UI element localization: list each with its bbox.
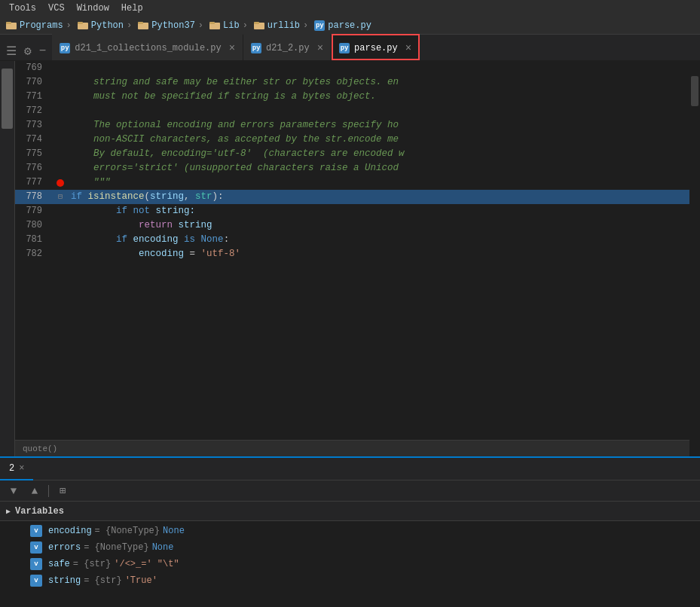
tab-close-d21-1[interactable]: ×: [229, 42, 235, 54]
var-value: '/<>_=' "\t": [114, 559, 179, 569]
svg-rect-7: [209, 22, 215, 24]
toolbar-separator: [48, 485, 49, 497]
var-type: = {NoneType}: [95, 526, 160, 536]
table-row: 779 if not string:: [15, 204, 689, 218]
list-item[interactable]: v encoding = {NoneType} None: [0, 523, 700, 539]
var-type: = {NoneType}: [84, 542, 148, 553]
collapse-icon[interactable]: ⊟: [58, 190, 63, 204]
line-content: if encoding is None:: [68, 233, 689, 247]
breadcrumb-lib[interactable]: Lib: [195, 20, 240, 31]
line-number: 782: [15, 247, 53, 261]
line-content: non-ASCII characters, as accepted by the…: [68, 133, 689, 147]
editor-status-bar: quote(): [15, 440, 689, 456]
tab-close-d21-2[interactable]: ×: [317, 42, 323, 54]
line-number: 773: [15, 118, 53, 133]
expand-down-button[interactable]: ▼: [6, 483, 21, 499]
table-row: 780 return string: [15, 218, 689, 233]
editor-area[interactable]: 769 770 string and safe may be either st…: [15, 61, 689, 456]
line-number: 770: [15, 75, 53, 90]
line-content: """: [68, 175, 689, 190]
tab-parse-py[interactable]: py parse.py ×: [332, 34, 420, 60]
table-row: 776 errors='strict' (unsupported charact…: [15, 161, 689, 175]
list-item[interactable]: v safe = {str} '/<>_=' "\t": [0, 556, 700, 572]
variable-type-icon: v: [30, 558, 42, 570]
line-gutter: [53, 104, 68, 118]
expand-up-button[interactable]: ▲: [27, 483, 42, 499]
bottom-tab-close-icon[interactable]: ×: [19, 463, 24, 474]
list-item[interactable]: v string = {str} 'True': [0, 572, 700, 589]
bottom-panel: 2 × ▼ ▲ ⊞ ▶ Variables v encoding = {None…: [0, 456, 700, 607]
line-gutter: [53, 147, 68, 161]
folder-icon: [254, 20, 264, 31]
breadcrumb-python37[interactable]: Python37: [124, 20, 195, 31]
variables-list: v encoding = {NoneType} None v errors = …: [0, 521, 700, 607]
var-value: 'True': [125, 575, 157, 586]
table-row: 771 must not be specified if string is a…: [15, 90, 689, 104]
line-gutter: [53, 175, 68, 190]
list-item[interactable]: v errors = {NoneType} None: [0, 539, 700, 556]
table-row: 769: [15, 61, 689, 75]
breadcrumb-parse-py[interactable]: py parse.py: [300, 20, 371, 31]
variable-type-icon: v: [30, 575, 42, 587]
line-number: 772: [15, 104, 53, 118]
bottom-panel-tabs: 2 ×: [0, 458, 700, 480]
editor-scrollbar[interactable]: [689, 61, 700, 456]
svg-rect-3: [78, 22, 83, 24]
bottom-tab-debugger[interactable]: 2 ×: [0, 458, 33, 480]
breadcrumb-python[interactable]: Python: [63, 20, 124, 31]
menu-tools[interactable]: Tools: [3, 3, 42, 14]
svg-rect-1: [6, 22, 11, 24]
debugger-toolbar: ▼ ▲ ⊞: [0, 480, 700, 502]
line-number: 775: [15, 147, 53, 161]
var-type: = {str}: [84, 575, 121, 586]
line-gutter: [53, 90, 68, 104]
line-content: return string: [68, 218, 689, 233]
var-name: string: [48, 575, 81, 586]
sidebar-toggle-icon[interactable]: ☰: [3, 42, 20, 60]
menu-window[interactable]: Window: [71, 3, 115, 14]
line-number: 774: [15, 133, 53, 147]
grid-view-button[interactable]: ⊞: [55, 483, 70, 499]
breakpoint-indicator[interactable]: [57, 179, 64, 187]
tab-close-parse[interactable]: ×: [405, 42, 411, 54]
sidebar-scroll[interactable]: [0, 61, 14, 456]
table-row: 772: [15, 104, 689, 118]
var-value: None: [152, 542, 174, 553]
line-gutter: [53, 161, 68, 175]
table-row: 770 string and safe may be either str or…: [15, 75, 689, 90]
line-number: 779: [15, 204, 53, 218]
menu-vcs[interactable]: VCS: [42, 3, 71, 14]
line-content: By default, encoding='utf-8' (characters…: [68, 147, 689, 161]
tab-d21-1-collections[interactable]: py d21_1_collections_module.py ×: [52, 34, 243, 60]
line-content: string and safe may be either str or byt…: [68, 75, 689, 90]
line-content: [68, 61, 689, 75]
python-file-icon: py: [60, 43, 70, 53]
line-gutter: [53, 233, 68, 247]
left-sidebar: [0, 61, 15, 456]
line-number: 781: [15, 233, 53, 247]
table-row: 777 """: [15, 175, 689, 190]
tab-number: 2: [9, 463, 14, 474]
line-content: encoding = 'utf-8': [68, 247, 689, 261]
settings-icon[interactable]: ⚙: [21, 42, 35, 60]
python-file-icon: py: [339, 43, 350, 53]
line-content: The optional encoding and errors paramet…: [68, 118, 689, 133]
var-name: encoding: [48, 526, 92, 536]
line-number: 776: [15, 161, 53, 175]
menu-help[interactable]: Help: [115, 3, 149, 14]
folder-icon: [78, 20, 88, 31]
scroll-thumb: [2, 69, 13, 129]
var-type: = {str}: [73, 559, 111, 569]
tab-d21-2[interactable]: py d21_2.py ×: [243, 34, 332, 60]
minimize-icon[interactable]: −: [36, 43, 50, 59]
var-name: errors: [48, 542, 81, 553]
variables-expand-icon[interactable]: ▶: [6, 507, 11, 516]
line-gutter: ⊟: [53, 190, 68, 204]
breadcrumb-urllib[interactable]: urllib: [240, 20, 300, 31]
breadcrumb-programs[interactable]: Programs: [6, 20, 63, 31]
folder-icon: [138, 20, 148, 31]
var-name: safe: [48, 559, 70, 569]
variables-panel: ▶ Variables v encoding = {NoneType} None…: [0, 502, 700, 607]
table-row: 775 By default, encoding='utf-8' (charac…: [15, 147, 689, 161]
tab-controls: ☰ ⚙ −: [0, 42, 52, 60]
